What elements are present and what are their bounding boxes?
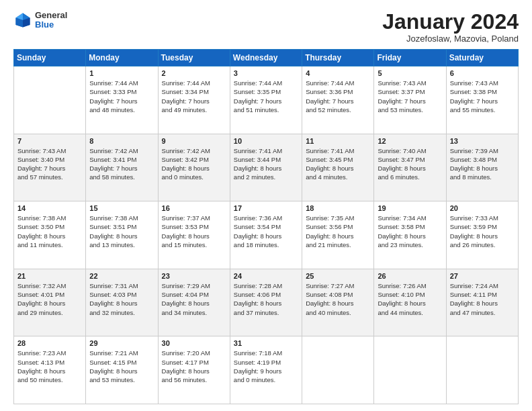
col-monday: Monday — [86, 50, 158, 66]
day-cell: 28Sunrise: 7:23 AMSunset: 4:13 PMDayligh… — [14, 336, 86, 404]
day-cell: 20Sunrise: 7:33 AMSunset: 3:59 PMDayligh… — [446, 201, 518, 269]
day-info: Sunrise: 7:44 AMSunset: 3:33 PMDaylight:… — [89, 79, 154, 114]
logo-line1: General — [35, 11, 67, 20]
day-number: 24 — [234, 272, 298, 280]
day-info: Sunrise: 7:41 AMSunset: 3:44 PMDaylight:… — [234, 146, 298, 182]
day-cell: 31Sunrise: 7:18 AMSunset: 4:19 PMDayligh… — [230, 336, 302, 404]
col-thursday: Thursday — [302, 50, 374, 66]
day-cell: 21Sunrise: 7:32 AMSunset: 4:01 PMDayligh… — [14, 269, 86, 336]
header-row: Sunday Monday Tuesday Wednesday Thursday… — [14, 50, 519, 66]
day-cell: 17Sunrise: 7:36 AMSunset: 3:54 PMDayligh… — [230, 201, 302, 269]
day-cell: 11Sunrise: 7:41 AMSunset: 3:45 PMDayligh… — [302, 134, 374, 201]
day-number: 21 — [17, 272, 82, 280]
day-cell: 7Sunrise: 7:43 AMSunset: 3:40 PMDaylight… — [14, 134, 86, 201]
day-number: 9 — [162, 137, 226, 145]
day-cell: 3Sunrise: 7:44 AMSunset: 3:35 PMDaylight… — [230, 66, 302, 134]
day-info: Sunrise: 7:33 AMSunset: 3:59 PMDaylight:… — [450, 214, 515, 249]
day-info: Sunrise: 7:37 AMSunset: 3:53 PMDaylight:… — [162, 214, 226, 249]
day-number: 1 — [89, 69, 154, 77]
day-info: Sunrise: 7:18 AMSunset: 4:19 PMDaylight:… — [234, 349, 298, 384]
day-info: Sunrise: 7:32 AMSunset: 4:01 PMDaylight:… — [17, 281, 82, 317]
day-number: 2 — [162, 69, 226, 77]
day-number: 4 — [306, 69, 370, 77]
day-number: 14 — [17, 204, 82, 212]
day-info: Sunrise: 7:44 AMSunset: 3:34 PMDaylight:… — [162, 79, 226, 114]
day-number: 3 — [234, 69, 298, 77]
day-cell: 29Sunrise: 7:21 AMSunset: 4:15 PMDayligh… — [86, 336, 158, 404]
day-info: Sunrise: 7:20 AMSunset: 4:17 PMDaylight:… — [162, 349, 226, 384]
day-info: Sunrise: 7:36 AMSunset: 3:54 PMDaylight:… — [234, 214, 298, 249]
logo-icon — [13, 11, 32, 30]
day-number: 16 — [162, 204, 226, 212]
day-number: 7 — [17, 137, 82, 145]
day-cell: 24Sunrise: 7:28 AMSunset: 4:06 PMDayligh… — [230, 269, 302, 336]
day-cell: 10Sunrise: 7:41 AMSunset: 3:44 PMDayligh… — [230, 134, 302, 201]
day-cell: 18Sunrise: 7:35 AMSunset: 3:56 PMDayligh… — [302, 201, 374, 269]
calendar-title: January 2024 — [382, 11, 519, 32]
day-cell: 15Sunrise: 7:38 AMSunset: 3:51 PMDayligh… — [86, 201, 158, 269]
day-info: Sunrise: 7:44 AMSunset: 3:36 PMDaylight:… — [306, 79, 370, 114]
day-info: Sunrise: 7:31 AMSunset: 4:03 PMDaylight:… — [89, 281, 154, 317]
calendar-table: Sunday Monday Tuesday Wednesday Thursday… — [13, 49, 519, 404]
logo-text: General Blue — [35, 11, 67, 30]
day-info: Sunrise: 7:43 AMSunset: 3:40 PMDaylight:… — [17, 146, 82, 182]
day-cell: 5Sunrise: 7:43 AMSunset: 3:37 PMDaylight… — [374, 66, 446, 134]
day-info: Sunrise: 7:23 AMSunset: 4:13 PMDaylight:… — [17, 349, 82, 384]
title-block: January 2024 Jozefoslaw, Mazovia, Poland — [382, 11, 519, 44]
day-number: 19 — [378, 204, 442, 212]
day-number: 26 — [378, 272, 442, 280]
day-number: 17 — [234, 204, 298, 212]
day-cell: 19Sunrise: 7:34 AMSunset: 3:58 PMDayligh… — [374, 201, 446, 269]
day-info: Sunrise: 7:42 AMSunset: 3:41 PMDaylight:… — [89, 146, 154, 182]
day-number: 27 — [450, 272, 515, 280]
logo: General Blue — [13, 11, 67, 30]
day-number: 23 — [162, 272, 226, 280]
day-cell: 2Sunrise: 7:44 AMSunset: 3:34 PMDaylight… — [158, 66, 230, 134]
day-number: 15 — [89, 204, 154, 212]
day-number: 13 — [450, 137, 515, 145]
day-cell: 27Sunrise: 7:24 AMSunset: 4:11 PMDayligh… — [446, 269, 518, 336]
day-cell — [374, 336, 446, 404]
day-number: 8 — [89, 137, 154, 145]
day-cell — [446, 336, 518, 404]
col-wednesday: Wednesday — [230, 50, 302, 66]
week-row-4: 28Sunrise: 7:23 AMSunset: 4:13 PMDayligh… — [14, 336, 519, 404]
day-cell: 1Sunrise: 7:44 AMSunset: 3:33 PMDaylight… — [86, 66, 158, 134]
week-row-2: 14Sunrise: 7:38 AMSunset: 3:50 PMDayligh… — [14, 201, 519, 269]
calendar-subtitle: Jozefoslaw, Mazovia, Poland — [382, 34, 519, 44]
day-number: 22 — [89, 272, 154, 280]
day-cell: 22Sunrise: 7:31 AMSunset: 4:03 PMDayligh… — [86, 269, 158, 336]
day-number: 6 — [450, 69, 515, 77]
day-cell: 25Sunrise: 7:27 AMSunset: 4:08 PMDayligh… — [302, 269, 374, 336]
day-cell — [302, 336, 374, 404]
day-cell: 13Sunrise: 7:39 AMSunset: 3:48 PMDayligh… — [446, 134, 518, 201]
week-row-1: 7Sunrise: 7:43 AMSunset: 3:40 PMDaylight… — [14, 134, 519, 201]
day-info: Sunrise: 7:24 AMSunset: 4:11 PMDaylight:… — [450, 281, 515, 317]
day-cell: 9Sunrise: 7:42 AMSunset: 3:42 PMDaylight… — [158, 134, 230, 201]
day-cell: 23Sunrise: 7:29 AMSunset: 4:04 PMDayligh… — [158, 269, 230, 336]
day-info: Sunrise: 7:43 AMSunset: 3:38 PMDaylight:… — [450, 79, 515, 114]
day-number: 10 — [234, 137, 298, 145]
day-info: Sunrise: 7:29 AMSunset: 4:04 PMDaylight:… — [162, 281, 226, 317]
day-number: 30 — [162, 339, 226, 347]
day-cell: 16Sunrise: 7:37 AMSunset: 3:53 PMDayligh… — [158, 201, 230, 269]
day-info: Sunrise: 7:21 AMSunset: 4:15 PMDaylight:… — [89, 349, 154, 384]
day-info: Sunrise: 7:43 AMSunset: 3:37 PMDaylight:… — [378, 79, 442, 114]
day-info: Sunrise: 7:39 AMSunset: 3:48 PMDaylight:… — [450, 146, 515, 182]
day-info: Sunrise: 7:34 AMSunset: 3:58 PMDaylight:… — [378, 214, 442, 249]
day-info: Sunrise: 7:44 AMSunset: 3:35 PMDaylight:… — [234, 79, 298, 114]
day-info: Sunrise: 7:41 AMSunset: 3:45 PMDaylight:… — [306, 146, 370, 182]
logo-line2: Blue — [35, 20, 67, 30]
day-info: Sunrise: 7:38 AMSunset: 3:51 PMDaylight:… — [89, 214, 154, 249]
day-cell: 8Sunrise: 7:42 AMSunset: 3:41 PMDaylight… — [86, 134, 158, 201]
day-number: 25 — [306, 272, 370, 280]
day-cell: 30Sunrise: 7:20 AMSunset: 4:17 PMDayligh… — [158, 336, 230, 404]
day-number: 18 — [306, 204, 370, 212]
day-number: 11 — [306, 137, 370, 145]
day-cell: 12Sunrise: 7:40 AMSunset: 3:47 PMDayligh… — [374, 134, 446, 201]
day-cell — [14, 66, 86, 134]
day-number: 28 — [17, 339, 82, 347]
header: General Blue January 2024 Jozefoslaw, Ma… — [13, 11, 519, 44]
day-number: 29 — [89, 339, 154, 347]
day-info: Sunrise: 7:38 AMSunset: 3:50 PMDaylight:… — [17, 214, 82, 249]
